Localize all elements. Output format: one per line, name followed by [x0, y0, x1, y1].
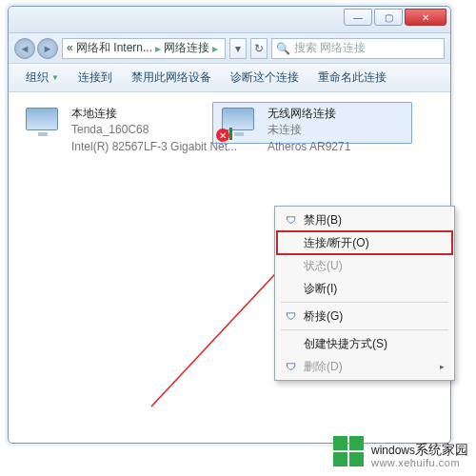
disable-device-button[interactable]: 禁用此网络设备 [122, 67, 221, 89]
breadcrumb[interactable]: « 网络和 Intern... ▸ 网络连接 ▸ [62, 38, 226, 59]
watermark: windows系统家园 www.xehuifu.com [333, 436, 468, 468]
address-bar: ◄ ► « 网络和 Intern... ▸ 网络连接 ▸ ▾ ↻ 🔍 搜索 网络… [9, 33, 450, 64]
breadcrumb-seg[interactable]: « 网络和 Intern... [67, 40, 152, 56]
ctx-create-shortcut[interactable]: 创建快捷方式(S) [277, 332, 452, 355]
search-input[interactable]: 🔍 搜索 网络连接 [271, 38, 445, 59]
rename-button[interactable]: 重命名此连接 [308, 67, 396, 89]
shield-icon: 🛡 [283, 308, 298, 324]
chevron-right-icon: ▸ [155, 42, 161, 55]
organize-menu[interactable]: 组织▼ [16, 67, 69, 89]
connection-item-wlan[interactable]: ✕ 无线网络连接 未连接 Atheros AR9271 [218, 106, 350, 155]
ctx-disable[interactable]: 🛡 禁用(B) [277, 208, 452, 231]
ctx-delete: 🛡 删除(D) ▸ [277, 355, 452, 378]
ctx-diagnose[interactable]: 诊断(I) [277, 277, 452, 300]
chevron-down-icon: ▼ [51, 73, 59, 82]
diagnose-button[interactable]: 诊断这个连接 [221, 67, 308, 89]
context-menu: 🛡 禁用(B) 连接/断开(O) 状态(U) 诊断(I) 🛡 桥接(G) 创建快… [274, 206, 455, 381]
close-button[interactable]: ✕ [405, 9, 446, 26]
connection-line2: 未连接 [268, 122, 350, 138]
ctx-status: 状态(U) [277, 254, 452, 277]
connect-to-button[interactable]: 连接到 [69, 67, 122, 89]
ctx-bridge[interactable]: 🛡 桥接(G) [277, 305, 452, 327]
chevron-right-icon: ▸ [212, 42, 218, 55]
search-icon: 🔍 [276, 42, 290, 55]
search-placeholder: 搜索 网络连接 [294, 40, 366, 56]
refresh-button[interactable]: ↻ [250, 38, 268, 59]
nav-back-button[interactable]: ◄ [14, 38, 35, 59]
breadcrumb-seg[interactable]: 网络连接 [164, 40, 209, 56]
connection-text: 无线网络连接 未连接 Atheros AR9271 [268, 106, 350, 155]
chevron-right-icon: ▸ [440, 362, 445, 371]
connection-line3: Atheros AR9271 [268, 139, 350, 155]
svg-line-0 [151, 262, 287, 407]
connection-item-lan[interactable]: 本地连接 Tenda_160C68 Intel(R) 82567LF-3 Gig… [22, 106, 237, 155]
lan-adapter-icon [22, 106, 64, 140]
nav-forward-button[interactable]: ► [37, 38, 58, 59]
disconnected-icon: ✕ [216, 129, 229, 142]
menu-separator [281, 329, 448, 330]
history-dropdown-button[interactable]: ▾ [229, 38, 247, 59]
command-bar: 组织▼ 连接到 禁用此网络设备 诊断这个连接 重命名此连接 [9, 64, 450, 92]
maximize-button[interactable]: ▢ [374, 9, 403, 26]
titlebar: — ▢ ✕ [9, 7, 450, 33]
connection-title: 无线网络连接 [268, 106, 350, 122]
shield-icon: 🛡 [283, 212, 298, 228]
menu-separator [281, 302, 448, 303]
shield-icon: 🛡 [283, 359, 298, 374]
wlan-adapter-icon: ✕ [218, 106, 260, 140]
windows-logo-icon [333, 436, 366, 468]
minimize-button[interactable]: — [344, 9, 372, 26]
ctx-connect-disconnect[interactable]: 连接/断开(O) [277, 231, 452, 254]
